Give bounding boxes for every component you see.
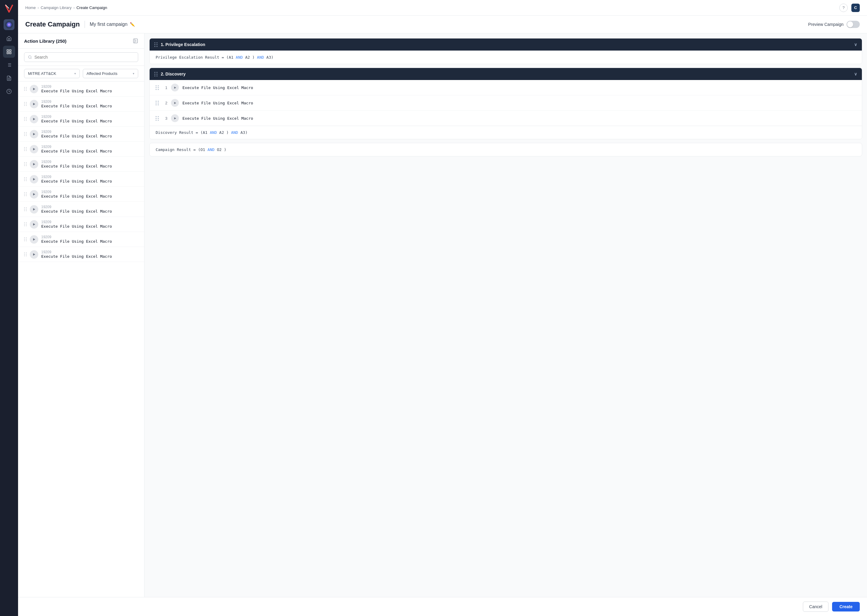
action-list-item[interactable]: 19209 Execute File Using Excel Macro [18, 217, 144, 232]
result-text: A3) [238, 130, 247, 135]
action-id: 19209 [41, 115, 112, 119]
action-list-item[interactable]: 19209 Execute File Using Excel Macro [18, 202, 144, 217]
create-button[interactable]: Create [832, 602, 860, 611]
action-info: 19209 Execute File Using Excel Macro [41, 190, 112, 198]
phase-chevron-icon[interactable]: ∨ [854, 72, 857, 76]
action-name: Execute File Using Excel Macro [41, 119, 112, 123]
action-id: 19209 [41, 250, 112, 254]
action-list-item[interactable]: 19209 Execute File Using Excel Macro [18, 157, 144, 172]
user-avatar[interactable]: C [851, 4, 860, 12]
svg-marker-28 [33, 208, 35, 211]
main-area: Home › Campaign Library › Create Campaig… [18, 0, 867, 616]
action-play-button[interactable] [30, 145, 38, 153]
action-list-item[interactable]: 19209 Execute File Using Excel Macro [18, 112, 144, 127]
phase-result-1: Privilege Escalation Result = (A1 AND A2… [150, 50, 862, 64]
preview-toggle-switch[interactable] [847, 21, 860, 28]
drag-handle-icon [24, 192, 27, 196]
sidebar-item-list[interactable] [3, 59, 15, 71]
affected-products-filter[interactable]: Affected Products ▾ [83, 69, 139, 78]
action-play-button[interactable] [30, 130, 38, 138]
action-info: 19209 Execute File Using Excel Macro [41, 235, 112, 244]
phase-action-item[interactable]: 1 Execute File Using Excel Macro [150, 80, 862, 95]
phase-action-play-button[interactable] [171, 114, 179, 122]
action-info: 19209 Execute File Using Excel Macro [41, 130, 112, 138]
action-play-button[interactable] [30, 160, 38, 168]
sidebar [0, 0, 18, 616]
sidebar-item-home[interactable] [3, 33, 15, 44]
action-info: 19209 Execute File Using Excel Macro [41, 160, 112, 168]
drag-handle-icon [24, 252, 27, 256]
phase-action-number: 3 [162, 116, 167, 121]
header-divider [85, 21, 85, 28]
action-list-item[interactable]: 19209 Execute File Using Excel Macro [18, 97, 144, 112]
phase-header-2: 2. Discovery ∨ [150, 68, 862, 80]
drag-handle-icon [24, 207, 27, 211]
action-play-button[interactable] [30, 115, 38, 123]
result-text: A2 ) [243, 55, 257, 60]
breadcrumb-library[interactable]: Campaign Library [41, 5, 72, 10]
collapse-panel-button[interactable] [133, 38, 138, 44]
svg-rect-3 [7, 50, 8, 51]
mitre-filter[interactable]: MITRE ATT&CK ▾ [24, 69, 80, 78]
help-icon-label: ? [842, 5, 845, 10]
action-id: 19209 [41, 130, 112, 134]
action-play-button[interactable] [30, 100, 38, 108]
preview-toggle: Preview Campaign [808, 21, 860, 28]
svg-line-19 [31, 58, 31, 59]
action-list-item[interactable]: 19209 Execute File Using Excel Macro [18, 127, 144, 141]
mitre-filter-label: MITRE ATT&CK [28, 71, 73, 76]
phase-action-drag-icon [156, 85, 159, 90]
action-list-item[interactable]: 19209 Execute File Using Excel Macro [18, 232, 144, 247]
action-play-button[interactable] [30, 85, 38, 93]
svg-marker-30 [33, 238, 35, 240]
campaign-result-bar: Campaign Result = (O1 AND O2 ) [149, 143, 862, 156]
phase-action-item[interactable]: 3 Execute File Using Excel Macro [150, 111, 862, 126]
action-play-button[interactable] [30, 220, 38, 229]
sidebar-app-icon[interactable] [4, 19, 14, 30]
edit-campaign-name-icon[interactable]: ✏️ [130, 22, 135, 27]
phase-action-name: Execute File Using Excel Macro [183, 116, 253, 121]
search-input[interactable] [34, 55, 134, 60]
sidebar-item-document[interactable] [3, 72, 15, 84]
phase-action-play-button[interactable] [171, 99, 179, 107]
sidebar-item-clock[interactable] [3, 85, 15, 97]
action-play-button[interactable] [30, 190, 38, 198]
action-list-item[interactable]: 19209 Execute File Using Excel Macro [18, 82, 144, 97]
svg-marker-20 [33, 88, 35, 90]
action-name: Execute File Using Excel Macro [41, 89, 112, 93]
action-play-button[interactable] [30, 235, 38, 244]
phase-action-item[interactable]: 2 Execute File Using Excel Macro [150, 95, 862, 111]
help-button[interactable]: ? [839, 4, 848, 12]
svg-marker-33 [174, 102, 176, 104]
action-play-button[interactable] [30, 250, 38, 259]
breadcrumb: Home › Campaign Library › Create Campaig… [25, 5, 107, 10]
sidebar-item-grid[interactable] [3, 46, 15, 58]
action-name: Execute File Using Excel Macro [41, 194, 112, 198]
drag-handle-icon [24, 162, 27, 166]
action-list-item[interactable]: 19209 Execute File Using Excel Macro [18, 141, 144, 157]
action-play-button[interactable] [30, 175, 38, 184]
action-id: 19209 [41, 190, 112, 194]
cancel-button[interactable]: Cancel [803, 602, 829, 612]
svg-rect-4 [9, 50, 11, 51]
action-play-button[interactable] [30, 205, 38, 214]
breadcrumb-home[interactable]: Home [25, 5, 36, 10]
panel-header: Action Library (250) [18, 33, 144, 49]
page-header: Create Campaign My first campaign ✏️ Pre… [18, 16, 867, 33]
drag-handle-icon [24, 222, 27, 226]
action-id: 19209 [41, 205, 112, 209]
phase-action-play-button[interactable] [171, 83, 179, 91]
content-area: Action Library (250) [18, 33, 867, 597]
action-list-item[interactable]: 19209 Execute File Using Excel Macro [18, 172, 144, 187]
toggle-thumb [847, 21, 853, 27]
action-name: Execute File Using Excel Macro [41, 104, 112, 108]
action-info: 19209 Execute File Using Excel Macro [41, 85, 112, 93]
mitre-filter-chevron-icon: ▾ [74, 72, 76, 75]
action-name: Execute File Using Excel Macro [41, 239, 112, 244]
search-bar [18, 49, 144, 66]
phase-chevron-icon[interactable]: ∨ [854, 42, 857, 47]
breadcrumb-current: Create Campaign [76, 5, 107, 10]
action-list-item[interactable]: 19209 Execute File Using Excel Macro [18, 187, 144, 202]
action-info: 19209 Execute File Using Excel Macro [41, 175, 112, 184]
action-list-item[interactable]: 19209 Execute File Using Excel Macro [18, 247, 144, 262]
